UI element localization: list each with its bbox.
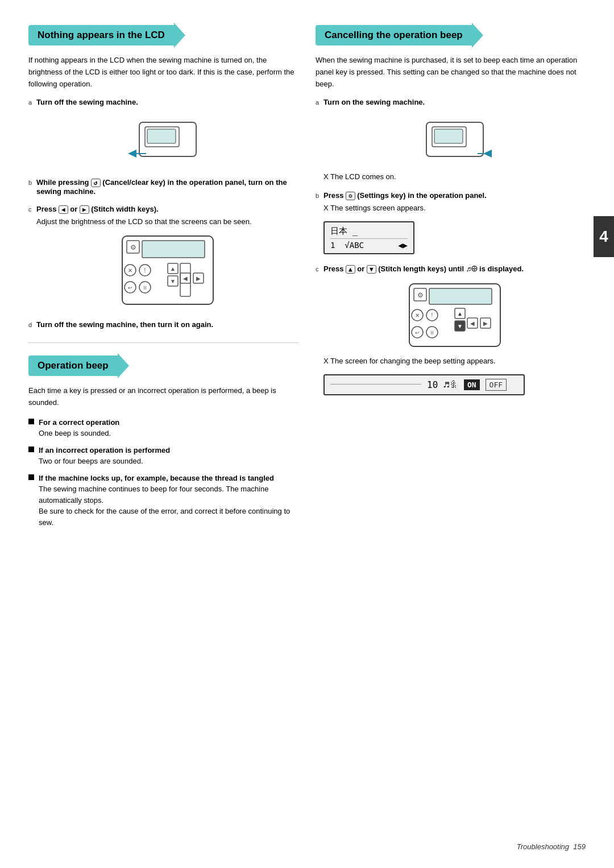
right-step-a: a Turn on the sewing machine. The LCD co… bbox=[316, 98, 586, 185]
svg-text:◀: ◀ bbox=[470, 320, 475, 326]
right-step-b: b Press ⚙ (Settings key) in the operatio… bbox=[316, 191, 586, 259]
section-cancelling-beep-header: Cancelling the operation beep bbox=[316, 23, 586, 48]
bullet-incorrect-content: If an incorrect operation is performed T… bbox=[39, 445, 170, 467]
section-nothing-lcd: Nothing appears in the LCD If nothing ap… bbox=[28, 23, 298, 332]
svg-rect-28 bbox=[434, 129, 463, 143]
svg-text:▲: ▲ bbox=[170, 266, 176, 272]
chapter-number-badge: 4 bbox=[594, 216, 614, 257]
step-b-label: b bbox=[28, 179, 36, 186]
machine-illustration-a bbox=[122, 111, 213, 168]
bullet-correct-content: For a correct operation One beep is soun… bbox=[39, 417, 119, 439]
step-c-stitch-width: c Press ◀ or ▶ (Stitch width keys). Adju… bbox=[28, 205, 298, 315]
svg-text:⚙: ⚙ bbox=[417, 291, 423, 299]
step-c-label: c bbox=[28, 206, 36, 213]
svg-text:⚙: ⚙ bbox=[130, 243, 136, 251]
lcd-line2: 1 √ABC ◀▶ bbox=[330, 241, 408, 250]
section-cancelling-beep: Cancelling the operation beep When the s… bbox=[316, 23, 586, 400]
right-step-c-content: Press ▲ or ▼ (Stitch length keys) until … bbox=[323, 264, 586, 400]
right-step-a-instruction: Turn on the sewing machine. bbox=[323, 98, 586, 106]
lcd-beep-number: 10 bbox=[427, 379, 438, 390]
right-step-a-xnote: The LCD comes on. bbox=[323, 172, 586, 181]
step-c-note: Adjust the brightness of the LCD so that… bbox=[36, 217, 298, 226]
step-b-instruction: While pressing ↺ (Cancel/clear key) in t… bbox=[36, 178, 298, 196]
lcd-display-beep: 10 ♬ꌘ ON OFF bbox=[323, 374, 525, 395]
section-operation-beep-header: Operation beep bbox=[28, 353, 298, 378]
bullet-correct-title: For a correct operation bbox=[39, 417, 119, 428]
panel-illustration-right-c: ⚙ ✕ ! ▲ ◀ ▶ ▼ bbox=[398, 278, 512, 352]
bullet-square-icon-3 bbox=[28, 474, 34, 480]
section-operation-beep-intro: Each time a key is pressed or an incorre… bbox=[28, 385, 298, 409]
svg-text:↩: ↩ bbox=[128, 285, 132, 291]
right-step-c-xnote: The screen for changing the beep setting… bbox=[323, 357, 586, 365]
lcd-beep-row: 10 ♬ꌘ ON OFF bbox=[427, 379, 518, 391]
settings-key-icon: ⚙ bbox=[346, 192, 355, 200]
svg-text:!: ! bbox=[431, 312, 433, 319]
section-operation-beep: Operation beep Each time a key is presse… bbox=[28, 353, 298, 528]
svg-text:✕: ✕ bbox=[415, 312, 420, 319]
svg-text:↩: ↩ bbox=[415, 330, 420, 336]
section-nothing-lcd-title: Nothing appears in the LCD bbox=[28, 25, 174, 46]
up-key-icon: ▲ bbox=[346, 265, 355, 274]
svg-text:▲: ▲ bbox=[457, 311, 463, 317]
svg-text:▶: ▶ bbox=[196, 275, 201, 282]
bullet-locks-title: If the machine locks up, for example, be… bbox=[39, 473, 298, 484]
lcd-beep-icon: ♬ꌘ bbox=[443, 379, 458, 390]
footer-label: Troubleshooting bbox=[517, 842, 569, 851]
left-key-icon: ◀ bbox=[59, 205, 68, 214]
step-c-content: Press ◀ or ▶ (Stitch width keys). Adjust… bbox=[36, 205, 298, 315]
svg-marker-29 bbox=[483, 150, 492, 158]
svg-rect-2 bbox=[147, 129, 176, 143]
right-step-c: c Press ▲ or ▼ (Stitch length keys) unti… bbox=[316, 264, 586, 400]
bullet-locks-content: If the machine locks up, for example, be… bbox=[39, 473, 298, 528]
svg-text:▶: ▶ bbox=[483, 320, 488, 326]
step-d-instruction: Turn off the sewing machine, then turn i… bbox=[36, 320, 298, 329]
page-footer: Troubleshooting 159 bbox=[517, 842, 586, 851]
section-nothing-lcd-arrow bbox=[174, 23, 185, 48]
step-d-label: d bbox=[28, 321, 36, 328]
bullet-locks-text: The sewing machine continues to beep for… bbox=[39, 483, 298, 528]
step-a-content: Turn off the sewing machine. bbox=[36, 98, 298, 172]
section-cancelling-beep-intro: When the sewing machine is purchased, it… bbox=[316, 55, 586, 90]
step-d-restart: d Turn off the sewing machine, then turn… bbox=[28, 320, 298, 332]
right-step-c-label: c bbox=[316, 266, 323, 272]
bullet-machine-locks: If the machine locks up, for example, be… bbox=[28, 473, 298, 528]
svg-text:◀: ◀ bbox=[183, 275, 188, 282]
cancel-key-icon: ↺ bbox=[91, 179, 101, 187]
lcd-on-button[interactable]: ON bbox=[464, 379, 480, 390]
right-step-a-label: a bbox=[316, 99, 323, 106]
left-column: Nothing appears in the LCD If nothing ap… bbox=[28, 23, 298, 534]
right-step-b-xnote: The settings screen appears. bbox=[323, 204, 586, 212]
svg-text:▼: ▼ bbox=[170, 278, 176, 284]
section-nothing-lcd-header: Nothing appears in the LCD bbox=[28, 23, 298, 48]
right-step-b-content: Press ⚙ (Settings key) in the operation … bbox=[323, 191, 586, 259]
bullet-correct-operation: For a correct operation One beep is soun… bbox=[28, 417, 298, 439]
lcd-off-button[interactable]: OFF bbox=[486, 379, 507, 391]
bullet-incorrect-operation: If an incorrect operation is performed T… bbox=[28, 445, 298, 467]
right-key-icon: ▶ bbox=[80, 205, 89, 214]
step-d-content: Turn off the sewing machine, then turn i… bbox=[36, 320, 298, 332]
lcd-line1: 日本 _ bbox=[330, 226, 408, 239]
section-operation-beep-arrow bbox=[118, 353, 129, 378]
svg-text:✕: ✕ bbox=[128, 267, 132, 274]
svg-text:!: ! bbox=[144, 267, 146, 274]
footer-page-number: 159 bbox=[573, 842, 586, 851]
step-a-label: a bbox=[28, 99, 36, 106]
lcd-display-settings: 日本 _ 1 √ABC ◀▶ bbox=[323, 221, 414, 254]
svg-text:▼: ▼ bbox=[457, 323, 463, 329]
section-divider bbox=[28, 342, 298, 343]
right-step-b-instruction: Press ⚙ (Settings key) in the operation … bbox=[323, 191, 586, 200]
step-c-instruction: Press ◀ or ▶ (Stitch width keys). bbox=[36, 205, 298, 214]
section-cancelling-beep-arrow bbox=[472, 23, 483, 48]
machine-illustration-right-a bbox=[409, 111, 500, 168]
svg-rect-8 bbox=[142, 241, 205, 258]
step-a-instruction: Turn off the sewing machine. bbox=[36, 98, 298, 106]
step-b-cancel-key: b While pressing ↺ (Cancel/clear key) in… bbox=[28, 178, 298, 199]
panel-illustration-c: ⚙ ✕ ! ▲ ◀ bbox=[111, 230, 225, 310]
right-step-c-instruction: Press ▲ or ▼ (Stitch length keys) until … bbox=[323, 264, 586, 274]
lcd-beep-header bbox=[330, 383, 421, 385]
svg-text:II: II bbox=[143, 285, 146, 291]
section-operation-beep-title: Operation beep bbox=[28, 356, 118, 376]
step-a-turn-off: a Turn off the sewing machine. bbox=[28, 98, 298, 172]
section-cancelling-beep-title: Cancelling the operation beep bbox=[316, 25, 472, 46]
section-nothing-lcd-intro: If nothing appears in the LCD when the s… bbox=[28, 55, 298, 90]
